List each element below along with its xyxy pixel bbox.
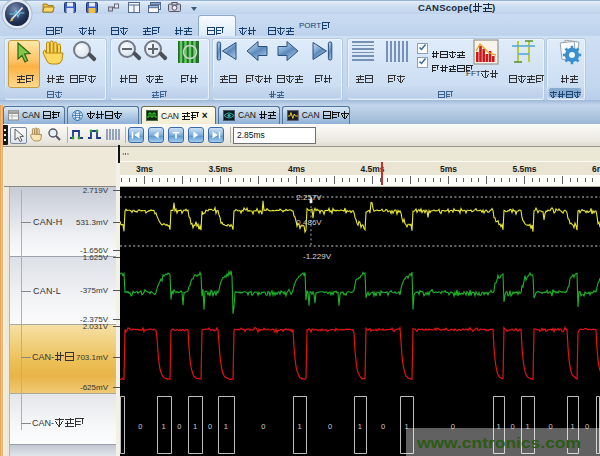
svg-text:3.5ms: 3.5ms — [208, 164, 232, 174]
svg-text:1: 1 — [570, 422, 574, 431]
svg-text:4ms: 4ms — [288, 164, 305, 174]
svg-text:0: 0 — [585, 422, 589, 431]
svg-text:6ms: 6ms — [592, 164, 600, 174]
svg-text:1: 1 — [358, 422, 362, 431]
svg-text:0: 0 — [138, 422, 142, 431]
svg-text:0: 0 — [451, 422, 455, 431]
svg-text:1: 1 — [496, 422, 500, 431]
svg-text:0: 0 — [510, 422, 514, 431]
svg-text:1: 1 — [525, 422, 529, 431]
svg-text:1: 1 — [224, 422, 228, 431]
svg-text:0.486V: 0.486V — [296, 218, 322, 227]
svg-text:0: 0 — [548, 422, 552, 431]
svg-text:0: 0 — [177, 422, 181, 431]
svg-text:1: 1 — [162, 422, 166, 431]
svg-text:5ms: 5ms — [440, 164, 457, 174]
svg-text:5.5ms: 5.5ms — [512, 164, 536, 174]
svg-text:1: 1 — [405, 422, 409, 431]
svg-text:1: 1 — [298, 422, 302, 431]
svg-text:0: 0 — [381, 422, 385, 431]
svg-text:3ms: 3ms — [136, 164, 153, 174]
svg-text:0: 0 — [328, 422, 332, 431]
svg-text:0: 0 — [261, 422, 265, 431]
svg-text:0: 0 — [208, 422, 212, 431]
svg-text:1: 1 — [193, 422, 197, 431]
svg-text:www.cntronics.com: www.cntronics.com — [416, 434, 581, 451]
svg-text:2.257V: 2.257V — [296, 193, 322, 202]
svg-text:-1.229V: -1.229V — [303, 252, 332, 261]
